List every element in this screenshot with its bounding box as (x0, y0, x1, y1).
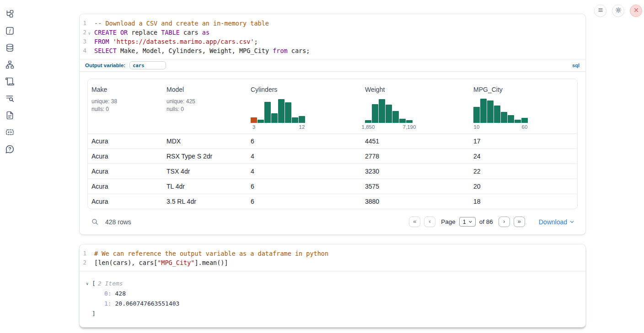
code-line: 3FROM 'https://datasets.marimo.app/cars.… (80, 37, 585, 46)
output-variable-row: Output variable: sql (80, 59, 585, 72)
table-cell: 20 (470, 183, 577, 190)
histogram-bar (285, 102, 291, 123)
prev-page-button[interactable]: ‹ (424, 217, 435, 227)
sidebar-item-scratchpad[interactable] (5, 77, 15, 87)
table-cell: Acura (88, 153, 163, 160)
column-name[interactable]: MPG_City (473, 86, 503, 93)
table-cell: 4451 (361, 137, 470, 145)
close-icon (633, 7, 639, 15)
chevron-down-icon (468, 219, 472, 225)
sidebar-item-file-tree[interactable] (5, 10, 15, 20)
collapse-toggle-icon[interactable]: ∨ (86, 279, 92, 289)
table-cell: TL 4dr (163, 183, 247, 190)
line-number: 4 (80, 46, 91, 55)
first-page-button[interactable]: « (409, 217, 420, 227)
gear-icon (615, 7, 622, 15)
database-icon (5, 43, 15, 54)
search-icon[interactable] (91, 218, 99, 226)
line-number: 2∨ (80, 28, 91, 37)
sidebar-item-dependency-graph[interactable] (5, 60, 15, 70)
table-row[interactable]: AcuraRSX Type S 2dr4277824 (88, 148, 577, 164)
tree-entry: 1: 20.060747663551403 (86, 299, 585, 309)
menu-button[interactable] (594, 5, 606, 17)
histogram-bar (515, 120, 521, 123)
sidebar: f (5, 10, 16, 155)
column-summary: unique: 425nulls: 0 (166, 98, 243, 113)
histogram-bar (473, 107, 480, 123)
table-cell: 3880 (361, 198, 470, 205)
data-table: Makeunique: 38nulls: 0Modelunique: 425nu… (87, 79, 578, 209)
table-column-header: Makeunique: 38nulls: 0 (88, 79, 163, 133)
table-row[interactable]: AcuraTSX 4dr4323022 (88, 164, 577, 179)
tree-root: ∨[2 Items (86, 279, 585, 289)
line-number: 1 (80, 19, 91, 28)
code-line: 1-- Download a CSV and create an in-memo… (80, 19, 585, 28)
download-button[interactable]: Download (539, 218, 574, 226)
column-histogram[interactable]: 1,8507,190 (365, 97, 413, 131)
table-cell: 4 (247, 168, 361, 175)
tree-key: 1: (104, 300, 112, 307)
table-cell: 22 (470, 168, 577, 175)
column-histogram[interactable]: 1060 (473, 97, 528, 131)
table-row[interactable]: AcuraTL 4dr6357520 (88, 179, 577, 194)
table-row[interactable]: Acura3.5 RL 4dr6388018 (88, 194, 577, 209)
tree-entry: 0: 428 (86, 289, 585, 299)
output-variable-input[interactable] (129, 61, 166, 69)
scroll-icon (5, 77, 15, 88)
sidebar-item-logs[interactable] (5, 94, 15, 104)
sitemap-icon (5, 60, 15, 71)
page-select[interactable]: 1 (459, 217, 476, 227)
pagination: « ‹ Page 1 of 86 › » Download (409, 217, 574, 227)
sidebar-item-database[interactable] (5, 43, 15, 53)
page-select-value: 1 (463, 219, 466, 225)
language-badge[interactable]: sql (572, 63, 580, 68)
column-name[interactable]: Cylinders (251, 86, 277, 93)
column-name[interactable]: Make (91, 86, 107, 93)
axis-min-label: 3 (252, 124, 255, 130)
tree-value: 20.060747663551403 (112, 300, 180, 307)
table-column-header: Cylinders312 (247, 79, 361, 133)
code-text: CREATE OR replace TABLE cars as (94, 28, 209, 37)
sidebar-item-function[interactable]: f (5, 26, 15, 37)
table-column-header: Weight1,8507,190 (361, 79, 470, 133)
next-page-button[interactable]: › (499, 217, 510, 227)
menu-icon (597, 7, 604, 15)
settings-button[interactable] (612, 5, 624, 17)
histogram-bars (251, 97, 305, 123)
notebook: 1-- Download a CSV and create an in-memo… (79, 0, 586, 328)
column-summary: unique: 38nulls: 0 (91, 98, 159, 113)
sql-cell: 1-- Download a CSV and create an in-memo… (79, 14, 586, 235)
python-editor[interactable]: 1# We can reference the output variable … (80, 244, 585, 271)
fold-caret-icon[interactable]: ∨ (87, 29, 91, 38)
sidebar-item-snippets[interactable] (5, 128, 15, 138)
code-text: -- Download a CSV and create an in-memor… (94, 19, 269, 28)
axis-max-label: 7,190 (403, 124, 416, 130)
column-histogram[interactable]: 312 (251, 97, 305, 131)
code-line: 1# We can reference the output variable … (80, 249, 585, 258)
help-chat-icon (5, 144, 15, 155)
table-column-header: Modelunique: 425nulls: 0 (163, 79, 247, 133)
sidebar-item-help[interactable] (5, 145, 15, 155)
code-text: SELECT Make, Model, Cylinders, Weight, M… (94, 46, 310, 55)
histogram-bar (251, 117, 257, 123)
histogram-bar (372, 104, 378, 123)
table-row[interactable]: AcuraMDX6445117 (88, 133, 577, 148)
axis-min-label: 10 (474, 124, 480, 130)
histogram-bar (508, 115, 514, 123)
row-count: 428 rows (105, 218, 131, 226)
histogram-bar (386, 105, 392, 123)
histogram-bar (264, 102, 271, 123)
sidebar-item-documentation[interactable] (5, 111, 15, 121)
table-cell: 4 (247, 153, 361, 160)
shutdown-button[interactable] (630, 5, 642, 17)
column-name[interactable]: Model (166, 86, 184, 93)
sql-editor[interactable]: 1-- Download a CSV and create an in-memo… (80, 14, 585, 59)
page-total-label: of 86 (479, 218, 493, 225)
tree-entries: 0: 4281: 20.060747663551403 (86, 289, 585, 309)
items-count: 2 Items (98, 279, 123, 289)
table-cell: 2778 (361, 153, 470, 160)
column-name[interactable]: Weight (365, 86, 385, 93)
table-cell: 18 (470, 198, 577, 205)
page-label: Page (441, 218, 456, 225)
last-page-button[interactable]: » (514, 217, 525, 227)
